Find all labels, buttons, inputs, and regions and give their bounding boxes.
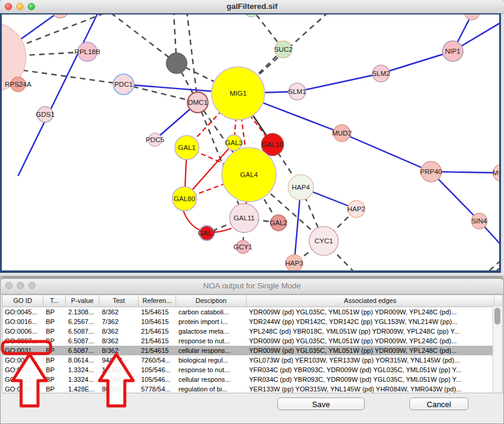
edge-pd-dashed[interactable] [110,14,177,63]
table-cell: YDR244W (pp) YDR142C, YDR142C (pp) YGL15… [247,317,494,326]
table-cell: YFR034C (pd) YBR093C, YDR009W (pd) YGL03… [247,375,494,384]
table-cell: YDR009W (pd) YGL035C, YML051W (pp) YDR00… [247,307,494,317]
table-row[interactable]: GO:0050...BP1.428E...80/3625778/54...reg… [2,384,502,394]
table-cell: 8/362 [99,307,139,317]
table-cell: 21/54615 [139,346,176,355]
table-cell: 6.5087... [66,346,99,355]
table-cell: 6.5087... [66,336,99,346]
table-row[interactable]: GO:0065...BP8.0614...94/3627260/54...bio… [2,355,502,365]
node-label: MSL5 [493,169,499,176]
node-unlabeled[interactable] [52,14,68,18]
table-row[interactable]: GO:0031...BP6.5087...8/36221/54615cellul… [2,346,502,355]
node-label: GAL4 [240,171,258,178]
edge-pd-dashed[interactable] [490,258,499,270]
table-cell: GO:0006... [2,326,43,336]
table-cell: 15/54615 [139,307,176,317]
node-label: HAP3 [285,260,303,267]
table-cell: GO:0016... [2,317,43,326]
column-header-associated-edges[interactable]: Associated edges [247,295,494,307]
window-title: galFiltered.sif [0,2,504,11]
node-label: SIN4 [471,217,487,225]
table-cell: 8/362 [99,336,139,346]
table-cell: biological regul... [176,355,247,365]
table-row[interactable]: GO:0016...BP6.2567...7/36210/54615protei… [2,317,502,326]
edge-pp-blue[interactable] [381,51,453,73]
column-header-test[interactable]: Test [99,295,139,307]
save-button[interactable]: Save [277,398,365,410]
table-row[interactable]: GO:0006...BP6.5087...8/36221/54615galact… [2,326,502,336]
table-cell: 6.2567... [66,317,99,326]
network-window-titlebar[interactable]: galFiltered.sif [0,0,504,14]
table-cell: carbon cataboli... [176,307,247,317]
table-row[interactable]: GO:0007...BP6.5087...8/36221/54615respon… [2,336,502,346]
table-cell: BP [43,326,66,336]
table-cell: regulation of bi... [176,384,247,394]
node-label: MUD2 [332,129,352,137]
table-cell: 7260/54... [139,355,176,365]
table-cell: BP [43,346,66,355]
node-label: PDC1 [115,81,133,88]
network-canvas[interactable]: RPL18BRPS24AGDS1PDC1MIG1DMC1PDC5SUC2SLM1… [0,13,501,273]
edge-pp-blue[interactable] [342,133,431,172]
table-cell: BP [43,384,66,394]
noa-results-table: GO IDT...P-valueTestReferen...Desciption… [2,295,503,393]
node-label: GAL10 [262,141,283,148]
node-label: GAL2 [269,219,287,226]
table-cell: GO:0045... [2,307,43,317]
table-cell: GO:0031... [2,365,43,375]
node-label: SLM2 [372,70,390,77]
noa-window-titlebar[interactable]: NOA output for Single Mode [1,279,503,295]
node-label: GDS1 [36,111,54,118]
node-label: HAP4 [292,184,310,191]
node-label: GAL80 [174,195,195,202]
node-label: GAL1 [178,144,195,151]
table-cell: BP [43,336,66,346]
node-label: GCY1 [233,243,252,251]
table-cell: protein import i... [176,317,247,326]
table-cell: GO:0007... [2,336,43,346]
table-cell: 105/546... [139,365,176,375]
table-body: GO:0045...BP2.1308...8/36215/54615carbon… [2,307,502,394]
column-header-referen[interactable]: Referen... [139,295,176,307]
node-label: RPS24A [5,81,31,88]
column-header-t[interactable]: T... [43,295,66,307]
column-header-desciption[interactable]: Desciption [176,295,247,307]
table-cell: GO:0031... [2,346,43,355]
table-cell: 21/54615 [139,326,176,336]
node-label: GAL11 [234,214,255,222]
node-unlabeled[interactable] [465,14,479,20]
vertical-scrollbar[interactable] [493,307,502,393]
table-cell: BP [43,355,66,365]
table-row[interactable]: GO:0031...BP1.3324...11/362105/546...res… [2,365,502,375]
table-cell: 7/362 [99,317,139,326]
column-header-go-id[interactable]: GO ID [2,295,43,307]
table-cell: 94/362 [99,355,139,365]
network-graph[interactable]: RPL18BRPS24AGDS1PDC1MIG1DMC1PDC5SUC2SLM1… [2,14,499,270]
edge-pd-dashed[interactable] [497,265,499,270]
table-cell: cellular respons... [176,346,247,355]
node-unlabeled[interactable] [166,53,187,73]
table-cell: 11/362 [99,365,139,375]
table-cell: GO:0065... [2,355,43,365]
table-cell: 105/546... [139,375,176,384]
cancel-button[interactable]: Cancel [409,398,468,410]
table-cell: 2.1308... [66,307,99,317]
edge-pp-blue[interactable] [18,14,98,176]
table-cell: BP [43,317,66,326]
table-cell: YDR009W (pd) YGL035C, YML051W (pp) YDR00… [247,346,494,355]
column-header-p-value[interactable]: P-value [66,295,99,307]
node-label: SLM1 [288,88,306,95]
scrollbar-thumb[interactable] [494,308,500,325]
node-label: HAP2 [347,205,365,213]
table-row[interactable]: GO:0031...BP1.3324...11/362105/546...cel… [2,375,502,384]
table-row[interactable]: GO:0045...BP2.1308...8/36215/54615carbon… [2,307,502,317]
noa-window: NOA output for Single Mode GO IDT...P-va… [0,278,504,424]
network-window: galFiltered.sif RPL18BRPS24AGDS1PDC1MIG1… [0,0,504,276]
table-cell: 11/362 [99,375,139,384]
node-label: NIP1 [445,48,461,55]
node-label: GAL3 [225,139,242,146]
edge-pp-blue[interactable] [297,73,381,92]
table-cell: 1.3324... [66,365,99,375]
table-cell: GO:0031... [2,375,43,384]
node-label: PRP40 [420,168,442,175]
